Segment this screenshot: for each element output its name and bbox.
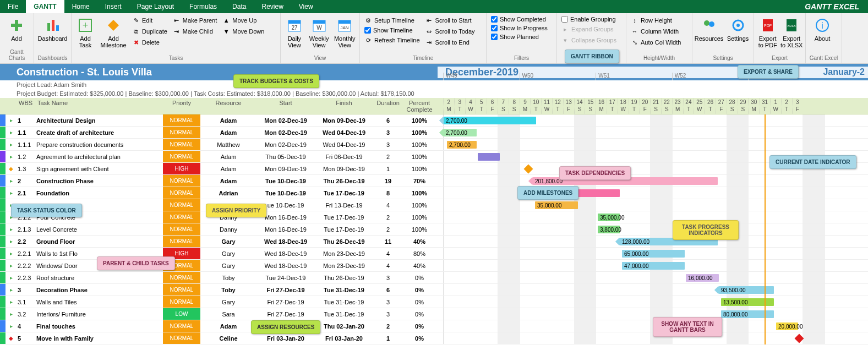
duration[interactable]: 3	[373, 275, 403, 281]
table-row[interactable]: ▸3Decoration PhaseNORMALTobyFri 27-Dec-1…	[0, 284, 868, 296]
show-completed-check[interactable]: Show Completed	[489, 15, 550, 23]
resource[interactable]: Sara	[200, 311, 256, 318]
row-marker[interactable]: ▸	[6, 299, 17, 305]
task-name[interactable]: Decoration Phase	[35, 287, 163, 293]
resource[interactable]: Gary	[200, 250, 256, 257]
finish-date[interactable]: Tue 31-Dec-19	[315, 287, 373, 293]
priority-badge[interactable]: NORMAL	[163, 114, 200, 126]
duration[interactable]: 4	[373, 250, 403, 257]
resource[interactable]: Gary	[200, 238, 256, 245]
col-priority[interactable]: Priority	[163, 98, 200, 114]
priority-badge[interactable]: NORMAL	[163, 199, 200, 211]
priority-badge[interactable]: HIGH	[163, 163, 200, 174]
start-date[interactable]: Fri 27-Dec-19	[256, 311, 315, 318]
table-row[interactable]: ▸1Architectural DesignNORMALAdamMon 02-D…	[0, 114, 868, 127]
col-width-button[interactable]: ↔Column Width	[629, 26, 683, 36]
menu-view[interactable]: View	[291, 0, 321, 13]
priority-badge[interactable]: NORMAL	[163, 296, 200, 308]
percent-complete[interactable]: 100%	[403, 154, 436, 160]
move-down-button[interactable]: ▼Move Down	[220, 26, 266, 36]
percent-complete[interactable]: 0%	[403, 299, 436, 305]
percent-complete[interactable]: 100%	[403, 190, 436, 196]
duration[interactable]: 8	[373, 190, 403, 196]
add-chart-button[interactable]: Add	[2, 14, 31, 49]
finish-date[interactable]: Mon 09-Dec-19	[315, 117, 373, 124]
priority-badge[interactable]: NORMAL	[163, 187, 200, 199]
duration[interactable]: 3	[373, 141, 403, 148]
percent-complete[interactable]: 100%	[403, 117, 436, 124]
task-name[interactable]: Agreement to architectural plan	[35, 154, 163, 160]
resources-button[interactable]: Resources	[695, 14, 723, 55]
row-marker[interactable]: ▸	[6, 287, 17, 293]
resource[interactable]: Adam	[200, 129, 256, 136]
finish-date[interactable]: Thu 26-Dec-19	[315, 178, 373, 184]
menu-review[interactable]: Review	[254, 0, 291, 13]
resource[interactable]: Celine	[200, 335, 256, 342]
resource[interactable]: Toby	[200, 275, 256, 281]
priority-badge[interactable]: NORMAL	[163, 223, 200, 235]
table-row[interactable]: ◆5Move in with FamilyNORMALCelineFri 03-…	[0, 332, 868, 344]
duration[interactable]: 11	[373, 238, 403, 245]
gantt-bar[interactable]: 65,000.00	[622, 250, 685, 258]
percent-complete[interactable]: 40%	[403, 238, 436, 245]
milestone-marker[interactable]	[524, 165, 533, 174]
duration[interactable]: 6	[373, 117, 403, 124]
finish-date[interactable]: Tue 31-Dec-19	[315, 299, 373, 305]
row-marker[interactable]: ▸	[6, 323, 17, 329]
percent-complete[interactable]: 100%	[403, 141, 436, 148]
finish-date[interactable]: Wed 04-Dec-19	[315, 141, 373, 148]
task-name[interactable]: Architectural Design	[35, 117, 163, 124]
priority-badge[interactable]: NORMAL	[163, 151, 200, 162]
task-name[interactable]: Create draft of architecture	[35, 129, 163, 136]
auto-col-button[interactable]: ⤡Auto Col Width	[629, 37, 683, 47]
priority-badge[interactable]: NORMAL	[163, 272, 200, 283]
dashboard-button[interactable]: Dashboard	[36, 14, 69, 55]
priority-badge[interactable]: NORMAL	[163, 175, 200, 187]
make-child-button[interactable]: ⇥Make Child	[171, 26, 219, 36]
task-name[interactable]: Roof structure	[35, 275, 163, 281]
show-planned-check[interactable]: Show Planned	[489, 33, 550, 41]
start-date[interactable]: Thu 05-Dec-19	[256, 154, 315, 160]
table-row[interactable]: ▸4Final touchesNORMALAdamThu 02-Jan-2020…	[0, 320, 868, 332]
menu-home[interactable]: Home	[64, 0, 97, 13]
finish-date[interactable]: Wed 04-Dec-19	[315, 129, 373, 136]
row-marker[interactable]: ▸	[6, 238, 17, 244]
scroll-start-button[interactable]: ⇤Scroll to Start	[423, 15, 477, 25]
move-up-button[interactable]: ▲Move Up	[220, 15, 266, 25]
row-marker[interactable]: ▸	[6, 190, 17, 196]
start-date[interactable]: Mon 09-Dec-19	[256, 166, 315, 172]
duration[interactable]: 6	[373, 287, 403, 293]
edit-button[interactable]: ✎Edit	[130, 15, 170, 25]
table-row[interactable]: ▸3.2Interiors/ FurnitureLOWSaraFri 27-De…	[0, 308, 868, 320]
show-inprogress-check[interactable]: Show In Progress	[489, 24, 550, 32]
finish-date[interactable]: Thu 02-Jan-20	[315, 323, 373, 330]
resource[interactable]: Adam	[200, 166, 256, 172]
col-duration[interactable]: Duration	[373, 98, 403, 114]
finish-date[interactable]: Tue 17-Dec-19	[315, 226, 373, 233]
setup-timeline-button[interactable]: ⚙Setup Timeline	[362, 15, 422, 25]
row-marker[interactable]: ▸	[6, 154, 17, 160]
row-marker[interactable]: ▸	[6, 117, 17, 123]
start-date[interactable]: Wed 18-Dec-19	[256, 262, 315, 269]
resource[interactable]: Adam	[200, 117, 256, 124]
row-marker[interactable]: ▸	[6, 178, 17, 184]
refresh-timeline-button[interactable]: ⟳Refresh Timeline	[362, 35, 422, 45]
start-date[interactable]: Wed 18-Dec-19	[256, 250, 315, 257]
gantt-bar[interactable]: 35,000.00	[535, 201, 578, 209]
duration[interactable]: 3	[373, 311, 403, 318]
priority-badge[interactable]: NORMAL	[163, 211, 200, 223]
about-button[interactable]: iAbout	[808, 14, 837, 55]
col-task[interactable]: Task Name	[35, 98, 163, 114]
table-row[interactable]: ▸2.1FoundationNORMALAdrianTue 10-Dec-19T…	[0, 187, 868, 199]
task-name[interactable]: Walls and Tiles	[35, 299, 163, 305]
table-row[interactable]: ▸NORMALue 10-Dec-19Fri 13-Dec-194100%35,…	[0, 199, 868, 211]
gantt-bar[interactable]: 80,000.00	[721, 310, 774, 318]
percent-complete[interactable]: 100%	[403, 129, 436, 136]
finish-date[interactable]: Fri 06-Dec-19	[315, 154, 373, 160]
finish-date[interactable]: Fri 13-Dec-19	[315, 202, 373, 209]
duration[interactable]: 2	[373, 214, 403, 221]
percent-complete[interactable]: 0%	[403, 311, 436, 318]
resource[interactable]: Gary	[200, 262, 256, 269]
task-name[interactable]: Walls to 1st Flo	[35, 250, 163, 257]
start-date[interactable]: Mon 02-Dec-19	[256, 129, 315, 136]
